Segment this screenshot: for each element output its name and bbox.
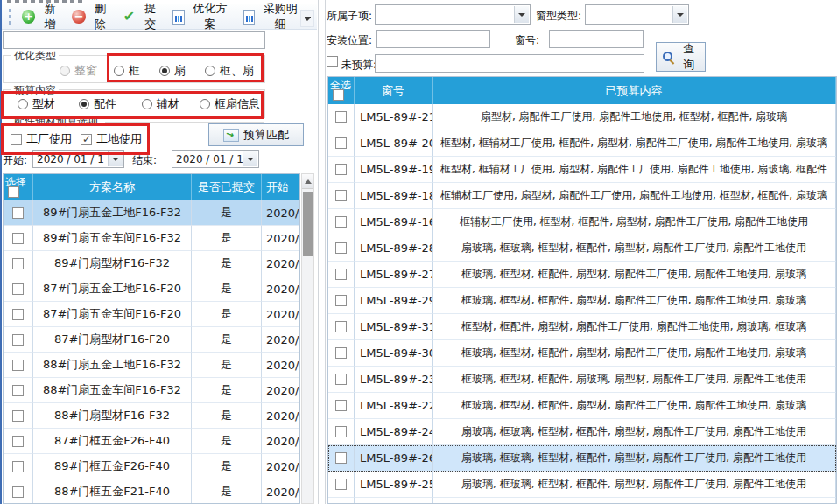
plan-row[interactable]: 87#门扇型材F16-F20是2020/0 (4, 327, 299, 353)
combo-dropdown-button[interactable] (514, 6, 529, 23)
radio-option-frame-sash-info[interactable]: 框扇信息 (200, 96, 260, 112)
combo-dropdown-button[interactable] (243, 151, 257, 166)
plan-row[interactable]: 88#门扇五金工地F16-F32是2020/0 (4, 353, 299, 378)
submitted-column-header[interactable]: 是否已提交 (192, 174, 262, 200)
plan-row-checkbox[interactable] (12, 410, 24, 422)
budget-row-checkbox[interactable] (335, 269, 347, 280)
budget-row-checkbox[interactable] (335, 295, 347, 306)
budget-row[interactable]: LM5L-89#-25F23扇玻璃, 框玻璃, 框型材, 框配件, 扇型材, 扇… (328, 472, 836, 498)
budget-row-checkbox[interactable] (335, 479, 347, 490)
checkbox-site-use[interactable]: 工地使用 (81, 131, 142, 147)
start-date-combo[interactable]: 2020 / 01 / 1 (32, 150, 124, 168)
sub-item-combo[interactable] (375, 4, 531, 24)
no-budget-input[interactable] (375, 54, 644, 73)
budget-row-checkbox[interactable] (335, 426, 347, 438)
radio-icon (18, 99, 28, 109)
window-type-combo[interactable] (585, 4, 689, 24)
budget-row-checkbox[interactable] (335, 190, 347, 201)
plan-row[interactable]: 89#门框五金F26-F40是2020/0 (4, 454, 299, 480)
budget-row-checkbox[interactable] (335, 321, 347, 332)
window-no-column-header[interactable]: 窗号 (355, 77, 433, 104)
optimize-plan-button[interactable]: 优化方案 (168, 0, 236, 34)
budgeted-content-column-header[interactable]: 已预算内容 (433, 77, 836, 104)
plan-filter-input[interactable] (3, 32, 265, 49)
budget-row-checkbox[interactable] (335, 374, 347, 385)
plan-row-checkbox[interactable] (12, 334, 24, 346)
budget-row-checkbox[interactable] (335, 164, 347, 175)
plan-row-checkbox[interactable] (12, 284, 24, 295)
plan-row[interactable]: 88#门扇型材F16-F32是2020/0 (4, 403, 299, 429)
window-type-label: 窗型类型: (536, 9, 581, 24)
budget-row[interactable]: LM5L-89#-16F15框辅材工厂使用, 框型材, 框配件, 扇型材, 扇配… (328, 209, 836, 235)
budget-row-checkbox[interactable] (335, 400, 347, 411)
budget-row[interactable]: LM5L-89#-30F28框玻璃, 框型材, 框配件, 扇型材, 扇配件工厂使… (328, 340, 836, 367)
budget-row-checkbox[interactable] (335, 137, 347, 149)
plan-row-checkbox[interactable] (12, 385, 24, 396)
budget-row[interactable]: LM5L-89#-28F26扇玻璃, 框玻璃, 框型材, 框配件, 扇型材, 扇… (328, 235, 836, 262)
radio-option-whole-window[interactable]: 整窗 (60, 63, 97, 79)
combo-dropdown-button[interactable] (108, 151, 123, 166)
budget-row[interactable]: LM5L-89#-21F19扇型材, 扇配件工厂使用, 扇配件工地使用, 框型材… (328, 104, 836, 130)
plan-row-checkbox[interactable] (12, 233, 24, 244)
budget-row[interactable]: LM5L-89#-22F20框玻璃, 框型材, 框配件, 扇型材, 扇配件工厂使… (328, 393, 836, 419)
plan-row-checkbox[interactable] (12, 207, 24, 219)
add-button[interactable]: 新增 (18, 0, 65, 34)
plan-row[interactable]: 87#门扇五金车间F16-F20是2020/0 (4, 302, 299, 327)
query-button[interactable]: 查询 (656, 42, 706, 72)
window-no-input[interactable] (549, 30, 644, 48)
budget-row-checkbox[interactable] (335, 452, 347, 464)
budget-row-checkbox[interactable] (335, 216, 347, 228)
plan-row[interactable]: 89#门扇型材F16-F32是2020/0 (4, 251, 299, 276)
install-position-input[interactable] (376, 30, 490, 48)
budget-row-checkbox[interactable] (335, 347, 347, 359)
delete-button[interactable]: 删除 (67, 0, 115, 34)
toolbar-overflow-button[interactable] (300, 10, 314, 27)
budget-row-select-cell (328, 157, 355, 183)
plan-row[interactable]: 87#门框五金F26-F40是2020/0 (4, 429, 299, 454)
radio-option-frame[interactable]: 框 (114, 63, 140, 79)
plan-row-checkbox[interactable] (12, 436, 24, 447)
end-date-combo[interactable]: 2020 / 01 / 13 (172, 150, 259, 168)
select-all-checkbox[interactable] (333, 89, 344, 101)
plan-row[interactable]: 87#门扇五金工地F16-F20是2020/0 (4, 276, 299, 302)
plan-row-checkbox[interactable] (12, 309, 24, 320)
plan-row-checkbox[interactable] (12, 486, 24, 498)
plan-table-scrollbar[interactable] (301, 173, 314, 504)
budget-row[interactable]: LM5L-89#-29F27框玻璃, 框型材, 框配件, 扇型材, 扇配件工厂使… (328, 288, 836, 314)
plan-name-cell: 89#门扇五金车间F16-F32 (33, 226, 192, 251)
plan-row-checkbox[interactable] (12, 461, 24, 472)
radio-option-frame-sash[interactable]: 框、扇 (205, 63, 254, 79)
toolbar-grip[interactable] (9, 9, 11, 24)
radio-option-auxiliary[interactable]: 辅材 (142, 96, 179, 112)
combo-dropdown-button[interactable] (672, 6, 687, 23)
budget-row[interactable]: LM5L-89#-24F22扇玻璃, 框玻璃, 框型材, 框配件, 扇型材, 扇… (328, 419, 836, 445)
radio-option-accessory[interactable]: 配件 (79, 96, 116, 112)
plan-row[interactable]: 88#门框五金F21-F40是2020/0 (4, 480, 299, 504)
submit-button[interactable]: 提交 (118, 0, 165, 34)
budget-row[interactable]: LM5L-89#-18F16框辅材工厂使用, 扇型材, 扇配件工厂使用, 扇配件… (328, 183, 836, 209)
scrollbar-thumb[interactable] (303, 192, 313, 256)
plan-row[interactable]: 88#门扇五金车间F16-F32是2020/0 (4, 378, 299, 403)
scroll-up-button[interactable] (302, 174, 313, 189)
check-icon (123, 10, 136, 24)
select-all-checkbox[interactable] (8, 186, 19, 198)
budget-row[interactable]: LM5L-89#-19F17框型材, 框辅材工厂使用, 扇型材, 扇配件工厂使用… (328, 157, 836, 183)
budget-row[interactable]: LM5L-89#-20F18框型材, 框辅材工厂使用, 框配件, 扇型材, 扇配… (328, 130, 836, 157)
plan-row-checkbox[interactable] (12, 258, 24, 270)
radio-option-profile[interactable]: 型材 (18, 96, 55, 112)
no-budget-checkbox[interactable] (327, 56, 338, 67)
budget-row[interactable]: LM5L-89#-26F24扇玻璃, 框玻璃, 框型材, 框配件, 扇型材, 扇… (328, 445, 836, 472)
plan-row-checkbox[interactable] (12, 360, 24, 371)
checkbox-factory-use[interactable]: 工厂使用 (11, 131, 72, 147)
radio-option-sash[interactable]: 扇 (159, 63, 186, 79)
plan-row[interactable]: 89#门扇五金工地F16-F32是2020/0 (4, 200, 299, 226)
budget-row[interactable]: LM5L-89#-31F29框型材, 框配件, 扇型材, 扇配件工厂使用, 扇配… (328, 314, 836, 340)
budget-row[interactable]: LM5L-89#-27F25框玻璃, 框型材, 框配件, 扇型材, 扇配件工厂使… (328, 262, 836, 288)
budget-row[interactable]: LM5L-89#-23F21框玻璃, 框型材, 框配件, 扇玻璃, 扇型材, 扇… (328, 367, 836, 393)
start-column-header[interactable]: 开始 (262, 174, 300, 200)
budget-row-checkbox[interactable] (335, 111, 347, 122)
plan-row[interactable]: 89#门扇五金车间F16-F32是2020/0 (4, 226, 299, 251)
budget-row-checkbox[interactable] (335, 242, 347, 254)
budget-match-button[interactable]: 预算匹配 (208, 123, 304, 146)
plan-name-column-header[interactable]: 方案名称 (33, 174, 192, 200)
